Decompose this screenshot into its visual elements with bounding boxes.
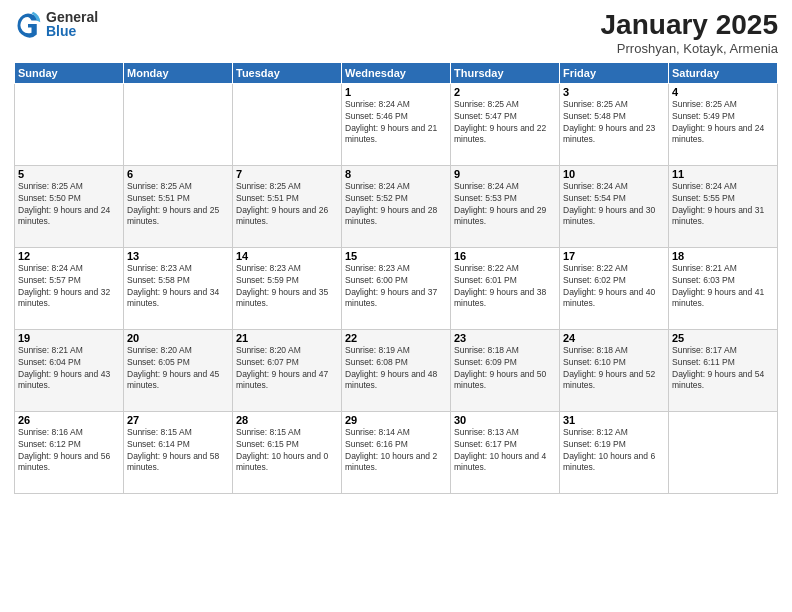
calendar-cell: 12Sunrise: 8:24 AM Sunset: 5:57 PM Dayli…	[15, 247, 124, 329]
header-wednesday: Wednesday	[342, 62, 451, 83]
day-info: Sunrise: 8:13 AM Sunset: 6:17 PM Dayligh…	[454, 427, 556, 475]
calendar-cell: 18Sunrise: 8:21 AM Sunset: 6:03 PM Dayli…	[669, 247, 778, 329]
calendar-cell: 11Sunrise: 8:24 AM Sunset: 5:55 PM Dayli…	[669, 165, 778, 247]
day-number: 3	[563, 86, 665, 98]
calendar-cell: 14Sunrise: 8:23 AM Sunset: 5:59 PM Dayli…	[233, 247, 342, 329]
day-info: Sunrise: 8:25 AM Sunset: 5:51 PM Dayligh…	[127, 181, 229, 229]
calendar-title: January 2025	[601, 10, 778, 41]
day-info: Sunrise: 8:14 AM Sunset: 6:16 PM Dayligh…	[345, 427, 447, 475]
day-number: 21	[236, 332, 338, 344]
calendar-cell: 25Sunrise: 8:17 AM Sunset: 6:11 PM Dayli…	[669, 329, 778, 411]
calendar-cell: 13Sunrise: 8:23 AM Sunset: 5:58 PM Dayli…	[124, 247, 233, 329]
day-number: 31	[563, 414, 665, 426]
day-number: 11	[672, 168, 774, 180]
calendar-cell: 19Sunrise: 8:21 AM Sunset: 6:04 PM Dayli…	[15, 329, 124, 411]
day-info: Sunrise: 8:24 AM Sunset: 5:54 PM Dayligh…	[563, 181, 665, 229]
calendar-cell: 17Sunrise: 8:22 AM Sunset: 6:02 PM Dayli…	[560, 247, 669, 329]
day-info: Sunrise: 8:15 AM Sunset: 6:14 PM Dayligh…	[127, 427, 229, 475]
calendar-week-3: 12Sunrise: 8:24 AM Sunset: 5:57 PM Dayli…	[15, 247, 778, 329]
calendar-cell: 6Sunrise: 8:25 AM Sunset: 5:51 PM Daylig…	[124, 165, 233, 247]
day-info: Sunrise: 8:12 AM Sunset: 6:19 PM Dayligh…	[563, 427, 665, 475]
day-info: Sunrise: 8:24 AM Sunset: 5:46 PM Dayligh…	[345, 99, 447, 147]
day-number: 25	[672, 332, 774, 344]
day-number: 10	[563, 168, 665, 180]
calendar-cell: 8Sunrise: 8:24 AM Sunset: 5:52 PM Daylig…	[342, 165, 451, 247]
calendar-cell: 7Sunrise: 8:25 AM Sunset: 5:51 PM Daylig…	[233, 165, 342, 247]
day-info: Sunrise: 8:21 AM Sunset: 6:04 PM Dayligh…	[18, 345, 120, 393]
calendar-cell: 9Sunrise: 8:24 AM Sunset: 5:53 PM Daylig…	[451, 165, 560, 247]
day-info: Sunrise: 8:16 AM Sunset: 6:12 PM Dayligh…	[18, 427, 120, 475]
calendar-cell: 4Sunrise: 8:25 AM Sunset: 5:49 PM Daylig…	[669, 83, 778, 165]
logo-icon	[14, 10, 42, 38]
calendar-cell	[233, 83, 342, 165]
calendar-cell: 26Sunrise: 8:16 AM Sunset: 6:12 PM Dayli…	[15, 411, 124, 493]
calendar-cell: 3Sunrise: 8:25 AM Sunset: 5:48 PM Daylig…	[560, 83, 669, 165]
calendar-cell: 21Sunrise: 8:20 AM Sunset: 6:07 PM Dayli…	[233, 329, 342, 411]
day-number: 28	[236, 414, 338, 426]
day-number: 12	[18, 250, 120, 262]
day-number: 1	[345, 86, 447, 98]
header-sunday: Sunday	[15, 62, 124, 83]
day-number: 7	[236, 168, 338, 180]
calendar-cell: 1Sunrise: 8:24 AM Sunset: 5:46 PM Daylig…	[342, 83, 451, 165]
calendar-cell: 28Sunrise: 8:15 AM Sunset: 6:15 PM Dayli…	[233, 411, 342, 493]
day-info: Sunrise: 8:23 AM Sunset: 5:59 PM Dayligh…	[236, 263, 338, 311]
calendar-cell: 16Sunrise: 8:22 AM Sunset: 6:01 PM Dayli…	[451, 247, 560, 329]
day-info: Sunrise: 8:25 AM Sunset: 5:47 PM Dayligh…	[454, 99, 556, 147]
calendar-cell: 10Sunrise: 8:24 AM Sunset: 5:54 PM Dayli…	[560, 165, 669, 247]
header-friday: Friday	[560, 62, 669, 83]
calendar-cell: 29Sunrise: 8:14 AM Sunset: 6:16 PM Dayli…	[342, 411, 451, 493]
calendar-cell: 30Sunrise: 8:13 AM Sunset: 6:17 PM Dayli…	[451, 411, 560, 493]
day-number: 9	[454, 168, 556, 180]
calendar-header: Sunday Monday Tuesday Wednesday Thursday…	[15, 62, 778, 83]
calendar-cell: 31Sunrise: 8:12 AM Sunset: 6:19 PM Dayli…	[560, 411, 669, 493]
day-number: 2	[454, 86, 556, 98]
day-number: 22	[345, 332, 447, 344]
header-thursday: Thursday	[451, 62, 560, 83]
day-info: Sunrise: 8:22 AM Sunset: 6:02 PM Dayligh…	[563, 263, 665, 311]
logo-blue-text: Blue	[46, 24, 98, 38]
calendar-cell: 20Sunrise: 8:20 AM Sunset: 6:05 PM Dayli…	[124, 329, 233, 411]
day-number: 15	[345, 250, 447, 262]
day-info: Sunrise: 8:24 AM Sunset: 5:55 PM Dayligh…	[672, 181, 774, 229]
calendar-cell: 24Sunrise: 8:18 AM Sunset: 6:10 PM Dayli…	[560, 329, 669, 411]
logo-general-text: General	[46, 10, 98, 24]
day-info: Sunrise: 8:19 AM Sunset: 6:08 PM Dayligh…	[345, 345, 447, 393]
day-number: 8	[345, 168, 447, 180]
header: General Blue January 2025 Prroshyan, Kot…	[14, 10, 778, 56]
day-info: Sunrise: 8:23 AM Sunset: 6:00 PM Dayligh…	[345, 263, 447, 311]
calendar-cell: 5Sunrise: 8:25 AM Sunset: 5:50 PM Daylig…	[15, 165, 124, 247]
day-info: Sunrise: 8:17 AM Sunset: 6:11 PM Dayligh…	[672, 345, 774, 393]
header-saturday: Saturday	[669, 62, 778, 83]
day-number: 23	[454, 332, 556, 344]
header-row: Sunday Monday Tuesday Wednesday Thursday…	[15, 62, 778, 83]
calendar-cell: 2Sunrise: 8:25 AM Sunset: 5:47 PM Daylig…	[451, 83, 560, 165]
day-number: 16	[454, 250, 556, 262]
day-info: Sunrise: 8:21 AM Sunset: 6:03 PM Dayligh…	[672, 263, 774, 311]
logo-text: General Blue	[46, 10, 98, 38]
calendar-week-2: 5Sunrise: 8:25 AM Sunset: 5:50 PM Daylig…	[15, 165, 778, 247]
day-number: 14	[236, 250, 338, 262]
day-number: 29	[345, 414, 447, 426]
calendar-body: 1Sunrise: 8:24 AM Sunset: 5:46 PM Daylig…	[15, 83, 778, 493]
day-number: 18	[672, 250, 774, 262]
day-number: 13	[127, 250, 229, 262]
day-number: 17	[563, 250, 665, 262]
calendar-cell: 22Sunrise: 8:19 AM Sunset: 6:08 PM Dayli…	[342, 329, 451, 411]
header-tuesday: Tuesday	[233, 62, 342, 83]
calendar-cell	[15, 83, 124, 165]
header-monday: Monday	[124, 62, 233, 83]
day-number: 20	[127, 332, 229, 344]
calendar-cell	[669, 411, 778, 493]
day-info: Sunrise: 8:25 AM Sunset: 5:51 PM Dayligh…	[236, 181, 338, 229]
logo: General Blue	[14, 10, 98, 38]
day-info: Sunrise: 8:20 AM Sunset: 6:07 PM Dayligh…	[236, 345, 338, 393]
calendar-week-1: 1Sunrise: 8:24 AM Sunset: 5:46 PM Daylig…	[15, 83, 778, 165]
title-block: January 2025 Prroshyan, Kotayk, Armenia	[601, 10, 778, 56]
day-number: 5	[18, 168, 120, 180]
day-info: Sunrise: 8:24 AM Sunset: 5:57 PM Dayligh…	[18, 263, 120, 311]
day-info: Sunrise: 8:24 AM Sunset: 5:53 PM Dayligh…	[454, 181, 556, 229]
day-info: Sunrise: 8:25 AM Sunset: 5:48 PM Dayligh…	[563, 99, 665, 147]
day-number: 4	[672, 86, 774, 98]
day-info: Sunrise: 8:23 AM Sunset: 5:58 PM Dayligh…	[127, 263, 229, 311]
